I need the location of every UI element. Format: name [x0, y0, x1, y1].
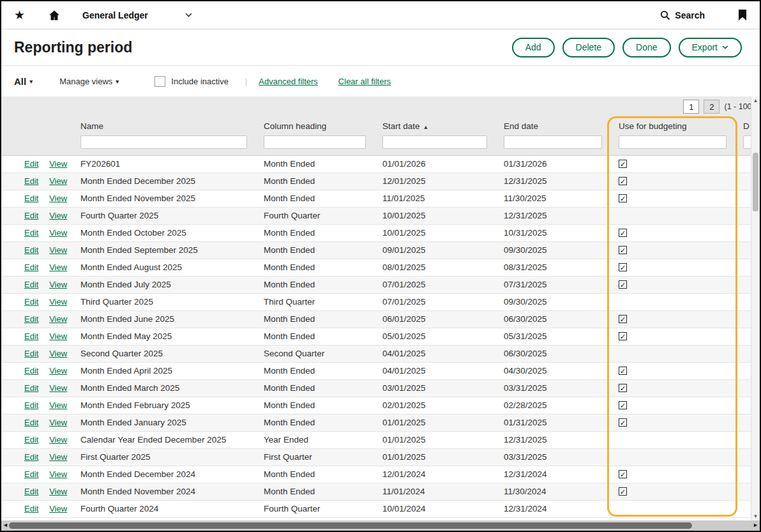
edit-link[interactable]: Edit — [24, 228, 38, 238]
view-link[interactable]: View — [49, 262, 67, 272]
view-link[interactable]: View — [49, 487, 67, 496]
edit-link[interactable]: Edit — [24, 469, 38, 479]
horizontal-scrollbar-thumb[interactable] — [9, 522, 692, 529]
view-link[interactable]: View — [49, 504, 67, 513]
vertical-scrollbar[interactable]: ▲ ▼ — [751, 96, 760, 521]
view-dropdown[interactable]: All ▾ — [14, 76, 33, 87]
name-filter-input[interactable] — [80, 135, 247, 149]
table-row: Edit View Month Ended January 2025 Month… — [1, 414, 760, 431]
caret-down-icon: ▾ — [29, 78, 33, 85]
export-button[interactable]: Export — [679, 38, 742, 57]
vertical-scrollbar-thumb[interactable] — [753, 153, 758, 211]
edit-link[interactable]: Edit — [24, 400, 38, 410]
table-row: Edit View Calendar Year Ended December 2… — [1, 431, 760, 448]
view-link[interactable]: View — [49, 383, 67, 393]
view-link[interactable]: View — [49, 366, 67, 376]
favorites-star-icon[interactable]: ★ — [14, 8, 25, 22]
sort-ascending-icon: ▲ — [423, 124, 429, 130]
view-link[interactable]: View — [49, 452, 67, 462]
edit-link[interactable]: Edit — [24, 487, 38, 496]
cell-column-heading: Third Quarter — [256, 293, 375, 310]
edit-link[interactable]: Edit — [24, 349, 38, 358]
cell-column-heading: Month Ended — [256, 310, 375, 328]
edit-link[interactable]: Edit — [24, 314, 38, 324]
cell-name: Second Quarter 2025 — [73, 345, 256, 362]
edit-link[interactable]: Edit — [24, 194, 38, 203]
include-inactive-checkbox[interactable] — [154, 76, 165, 87]
edit-link[interactable]: Edit — [24, 297, 38, 307]
cell-use-for-budgeting: ✓ — [611, 155, 735, 172]
cell-name: Month Ended December 2025 — [73, 172, 256, 190]
search-button[interactable]: Search — [660, 10, 705, 20]
list-area: 1 2 (1 - 100 o Name Column heading Start… — [1, 96, 760, 521]
cell-use-for-budgeting: ✓ — [611, 276, 735, 293]
row-actions-cell: Edit View — [1, 500, 73, 517]
manage-views-dropdown[interactable]: Manage views ▾ — [59, 77, 119, 86]
edit-link[interactable]: Edit — [24, 504, 38, 513]
view-link[interactable]: View — [49, 435, 67, 445]
view-link[interactable]: View — [49, 400, 67, 410]
column-header-end-date[interactable]: End date — [496, 117, 611, 133]
delete-button[interactable]: Delete — [562, 38, 615, 57]
cell-use-for-budgeting: ✓ — [611, 224, 735, 241]
view-link[interactable]: View — [49, 159, 67, 169]
column-header-start-date[interactable]: Start date▲ — [375, 117, 496, 133]
page-2-button[interactable]: 2 — [704, 100, 720, 114]
edit-link[interactable]: Edit — [24, 245, 38, 255]
view-link[interactable]: View — [49, 194, 67, 203]
home-icon[interactable] — [48, 9, 61, 22]
column-header-name[interactable]: Name — [73, 117, 256, 133]
cell-column-heading: Second Quarter — [256, 345, 375, 362]
cell-name: Month Ended June 2025 — [73, 310, 256, 328]
view-link[interactable]: View — [49, 228, 67, 238]
scroll-right-icon[interactable]: ► — [753, 522, 758, 528]
end-date-filter-input[interactable] — [504, 135, 602, 149]
view-link[interactable]: View — [49, 469, 67, 479]
edit-link[interactable]: Edit — [24, 262, 38, 272]
page-1-button[interactable]: 1 — [683, 100, 699, 114]
view-link[interactable]: View — [49, 211, 67, 220]
column-header-use-for-budgeting[interactable]: Use for budgeting — [611, 117, 735, 133]
view-link[interactable]: View — [49, 349, 67, 358]
edit-link[interactable]: Edit — [24, 280, 38, 289]
view-link[interactable]: View — [49, 314, 67, 324]
column-heading-filter-input[interactable] — [264, 135, 366, 149]
view-link[interactable]: View — [49, 331, 67, 341]
clear-all-filters-link[interactable]: Clear all filters — [338, 77, 391, 86]
view-link[interactable]: View — [49, 418, 67, 427]
view-link[interactable]: View — [49, 176, 67, 186]
edit-link[interactable]: Edit — [24, 452, 38, 462]
cell-name: Month Ended September 2025 — [73, 241, 256, 259]
edit-link[interactable]: Edit — [24, 383, 38, 393]
scroll-up-icon[interactable]: ▲ — [751, 98, 760, 103]
cell-use-for-budgeting: ✓ — [611, 310, 735, 328]
edit-link[interactable]: Edit — [24, 418, 38, 427]
cell-name: Month Ended August 2025 — [73, 259, 256, 276]
bookmark-icon[interactable] — [738, 9, 747, 21]
table-row: Edit View Month Ended May 2025 Month End… — [1, 328, 760, 345]
horizontal-scrollbar[interactable]: ◄ ► — [1, 521, 760, 531]
edit-link[interactable]: Edit — [24, 435, 38, 445]
view-link[interactable]: View — [49, 245, 67, 255]
cell-use-for-budgeting — [611, 293, 735, 310]
edit-link[interactable]: Edit — [24, 176, 38, 186]
chevron-down-icon[interactable] — [185, 13, 192, 17]
advanced-filters-link[interactable]: Advanced filters — [259, 77, 318, 86]
edit-link[interactable]: Edit — [24, 211, 38, 220]
add-button[interactable]: Add — [512, 38, 555, 57]
checked-checkbox-icon: ✓ — [619, 246, 627, 254]
workspace-selector[interactable]: General Ledger — [82, 10, 148, 20]
topbar-right-group: Search — [660, 9, 747, 21]
use-for-budgeting-filter-input[interactable] — [619, 135, 727, 149]
edit-link[interactable]: Edit — [24, 331, 38, 341]
scroll-down-icon[interactable]: ▼ — [751, 513, 760, 519]
edit-link[interactable]: Edit — [24, 159, 38, 169]
edit-link[interactable]: Edit — [24, 366, 38, 376]
view-link[interactable]: View — [49, 297, 67, 307]
scroll-left-icon[interactable]: ◄ — [3, 522, 8, 528]
cell-end-date: 12/31/2025 — [496, 172, 611, 190]
done-button[interactable]: Done — [622, 38, 670, 57]
view-link[interactable]: View — [49, 280, 67, 289]
column-header-column-heading[interactable]: Column heading — [256, 117, 375, 133]
start-date-filter-input[interactable] — [382, 135, 487, 149]
